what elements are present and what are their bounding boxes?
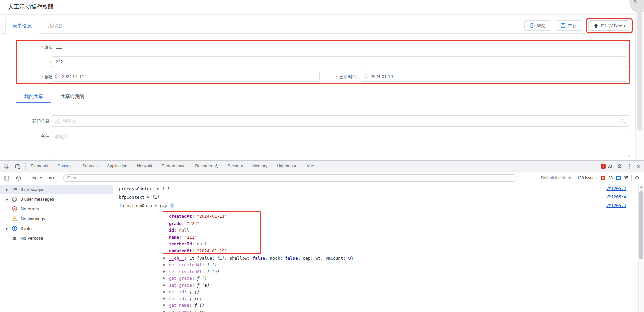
submit-button[interactable]: 提交: [524, 20, 551, 31]
sidebar-item-label: 3 info: [21, 226, 32, 231]
devtools-tab-lighthouse[interactable]: Lighthouse: [272, 161, 302, 172]
expand-caret-icon[interactable]: ▶: [163, 276, 167, 280]
devtools-tab-vue[interactable]: Vue: [302, 161, 319, 172]
page-scrollbar-thumb[interactable]: [637, 3, 642, 131]
accessor-line[interactable]: ▶get id: ƒ (): [163, 288, 199, 295]
devtools-tab-elements[interactable]: Elements: [26, 161, 53, 172]
object-preview[interactable]: {…}: [152, 195, 160, 200]
remark-textarea[interactable]: 请输入: [51, 131, 630, 157]
expand-caret-icon[interactable]: ▶: [157, 187, 159, 190]
source-link[interactable]: VM1205:5: [606, 203, 626, 208]
expand-caret-icon[interactable]: ▶: [163, 283, 167, 287]
devtools-tab-application[interactable]: Application: [102, 161, 132, 172]
accessor-line[interactable]: ▶set id: ƒ (e): [163, 295, 202, 302]
devtools-settings-icon[interactable]: ⚙: [617, 164, 622, 169]
object-property[interactable]: teacherId: null: [169, 241, 260, 248]
object-property[interactable]: updatedAt: "2024-01-19": [169, 248, 260, 255]
console-sidebar-toggle-icon[interactable]: [3, 175, 9, 181]
object-property[interactable]: id: null: [169, 227, 260, 234]
devtools-tab-console[interactable]: Console: [53, 161, 77, 172]
object-preview[interactable]: {…}: [160, 203, 167, 208]
value-info-icon[interactable]: i: [170, 203, 174, 208]
console-row: form.formData▼{…}iVM1205:5: [113, 201, 634, 210]
accessor-line[interactable]: ▶set grade: ƒ (e): [163, 282, 209, 288]
user-icon: [12, 196, 17, 202]
save-draft-button[interactable]: 暂存: [555, 20, 582, 31]
devtools-close-icon[interactable]: ×: [637, 164, 640, 169]
property-key: createdAt: [169, 214, 192, 219]
expand-caret-icon[interactable]: ▶: [5, 227, 9, 230]
devtools-tab-recorder[interactable]: Recorder: [190, 161, 223, 172]
accessor-line[interactable]: ▶get name: ƒ (): [163, 302, 204, 308]
log-levels-selector[interactable]: Default levels: [541, 176, 571, 180]
property-separator: :: [192, 241, 197, 246]
object-property[interactable]: name: "111": [169, 234, 260, 241]
ob-property-line[interactable]: ▶__ob__: Lt {value: {…}, shallow: false,…: [163, 255, 353, 261]
collapse-caret-icon[interactable]: ▼: [155, 204, 157, 207]
console-scrollbar-thumb[interactable]: [639, 191, 643, 259]
sidebar-item-3-user-messages[interactable]: ▶3 user messages: [0, 194, 113, 204]
search-icon[interactable]: [620, 118, 626, 124]
console-filter-input[interactable]: [63, 174, 517, 182]
inspect-element-icon[interactable]: [3, 163, 9, 169]
expand-caret-icon[interactable]: ▶: [163, 256, 167, 260]
live-expression-eye-icon[interactable]: [48, 175, 54, 181]
console-settings-icon[interactable]: ⚙: [635, 175, 639, 181]
grade-input[interactable]: [52, 56, 627, 67]
expand-caret-icon[interactable]: ▶: [163, 263, 167, 266]
page-scrollbar[interactable]: [635, 0, 644, 160]
devtools-error-indicator[interactable]: × 33: [601, 164, 612, 169]
object-property[interactable]: grade: "222": [169, 220, 260, 227]
tab-my-shares[interactable]: 我的共享: [16, 88, 51, 103]
expand-caret-icon[interactable]: ▶: [163, 270, 167, 273]
source-link[interactable]: VM1205:3: [606, 186, 626, 191]
object-preview[interactable]: {…}: [162, 186, 170, 191]
devtools-tab-label: Memory: [252, 164, 267, 168]
expand-caret-icon[interactable]: ▶: [163, 303, 167, 307]
devtools-menu-icon[interactable]: ⋮: [627, 164, 632, 169]
devtools-tab-memory[interactable]: Memory: [248, 161, 272, 172]
devtools-tab-security[interactable]: Security: [223, 161, 248, 172]
page-close-button[interactable]: ×: [629, 0, 644, 13]
expand-caret-icon[interactable]: ▶: [163, 290, 167, 293]
updated-at-datepicker[interactable]: 2024-01-19: [361, 71, 627, 82]
context-selector[interactable]: top: [32, 176, 42, 180]
source-link[interactable]: VM1205:4: [606, 195, 626, 199]
tab-shared-to-me[interactable]: 共享给我的: [52, 88, 92, 103]
accessor-name: set name: [169, 309, 189, 312]
expand-caret-icon[interactable]: ▶: [163, 310, 167, 312]
created-at-datepicker[interactable]: 2024-01-11: [52, 71, 320, 82]
sidebar-item-3-info[interactable]: ▶3 info: [0, 224, 113, 233]
custom-button-a[interactable]: 自定义按钮a: [588, 20, 630, 31]
expand-caret-icon[interactable]: ▶: [5, 188, 9, 191]
tab-form-info[interactable]: 表单信息: [5, 18, 39, 34]
devtools-tab-network[interactable]: Network: [132, 161, 157, 172]
expand-caret-icon[interactable]: ▶: [163, 297, 167, 300]
scroll-up-icon[interactable]: [640, 186, 643, 188]
object-property[interactable]: createdAt: "2024-01-11": [169, 213, 260, 220]
devtools-tab-sources[interactable]: Sources: [77, 161, 102, 172]
dept-input[interactable]: 请输入: [51, 115, 630, 127]
accessor-name: set grade: [169, 283, 192, 288]
accessor-line[interactable]: ▶set name: ƒ (e): [163, 308, 207, 312]
expand-caret-icon[interactable]: ▶: [147, 195, 149, 199]
sidebar-item-no-errors[interactable]: No errors: [0, 204, 113, 214]
accessor-line[interactable]: ▶get createdAt: ƒ (): [163, 261, 217, 268]
accessor-line[interactable]: ▶get grade: ƒ (): [163, 275, 207, 282]
sidebar-item-no-warnings[interactable]: No warnings: [0, 214, 113, 224]
issues-label[interactable]: 128 Issues:: [577, 176, 598, 180]
accessor-line[interactable]: ▶set createdAt: ƒ (e): [163, 268, 220, 275]
flask-icon: [214, 164, 218, 168]
devtools-tab-performance[interactable]: Performance: [157, 161, 191, 172]
class-name-input[interactable]: [52, 42, 627, 52]
console-scrollbar[interactable]: [638, 184, 644, 312]
device-toolbar-icon[interactable]: [15, 163, 21, 169]
clear-console-icon[interactable]: [15, 175, 21, 181]
property-value: "2024-01-19": [197, 248, 227, 253]
expand-caret-icon[interactable]: ▶: [5, 198, 9, 201]
function-signature: ƒ (e): [197, 283, 210, 288]
sidebar-item-no-verbose[interactable]: No verbose: [0, 233, 113, 243]
tab-flowchart[interactable]: 流程图: [39, 18, 71, 34]
updated-at-label: *更新时间: [336, 74, 357, 80]
sidebar-item-3-messages[interactable]: ▶3 messages: [0, 185, 113, 194]
